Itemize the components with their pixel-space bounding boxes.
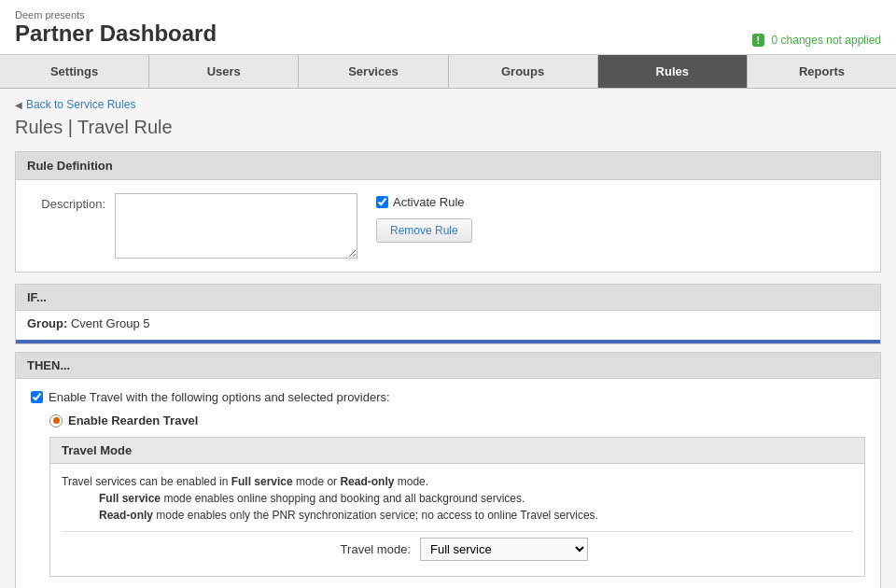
description-label: Description: [31, 193, 105, 211]
tab-rules[interactable]: Rules [598, 55, 748, 88]
tab-services[interactable]: Services [299, 55, 448, 88]
rule-definition-section: Rule Definition Description: Activate Ru… [15, 151, 881, 273]
changes-link[interactable]: 0 changes not applied [772, 34, 881, 47]
presents-text: Deem presents [15, 9, 217, 21]
if-group-value: Cvent Group 5 [71, 316, 150, 330]
description-field: Description: [31, 193, 357, 259]
tab-users[interactable]: Users [149, 55, 299, 88]
description-input[interactable] [115, 193, 357, 259]
rule-options: Activate Rule Remove Rule [376, 193, 472, 243]
tab-groups[interactable]: Groups [449, 55, 598, 88]
travel-desc-line1-pre: Travel services can be enabled in [62, 475, 231, 488]
page-title-separator: | [63, 117, 77, 137]
full-service-text-1: Full service [231, 475, 293, 488]
nav-tabs: Settings Users Services Groups Rules Rep… [0, 55, 896, 89]
travel-mode-header: Travel Mode [50, 438, 864, 464]
if-header: IF... [16, 285, 880, 311]
enable-travel-row: Enable Travel with the following options… [31, 390, 865, 404]
tab-reports[interactable]: Reports [748, 55, 896, 88]
page-title: Rules | Travel Rule [15, 117, 881, 138]
main-content: ◀ Back to Service Rules Rules | Travel R… [0, 89, 896, 588]
header-left: Deem presents Partner Dashboard [15, 9, 217, 47]
if-group-row: Group: Cvent Group 5 [16, 311, 880, 336]
rule-definition-header: Rule Definition [16, 152, 880, 180]
remove-rule-container: Remove Rule [376, 218, 472, 243]
activate-rule-label: Activate Rule [393, 195, 465, 209]
then-header: THEN... [16, 353, 880, 379]
travel-mode-box: Travel Mode Travel services can be enabl… [49, 437, 865, 577]
rearden-radio-icon[interactable] [49, 414, 63, 427]
enable-travel-checkbox[interactable] [31, 391, 43, 403]
breadcrumb-icon: ◀ [15, 100, 22, 110]
header: Deem presents Partner Dashboard ! 0 chan… [0, 0, 896, 55]
then-section: THEN... Enable Travel with the following… [15, 352, 881, 588]
then-body: Enable Travel with the following options… [16, 379, 880, 588]
if-section: IF... Group: Cvent Group 5 [15, 284, 881, 344]
activate-rule-row: Activate Rule [376, 195, 472, 209]
tab-settings[interactable]: Settings [0, 55, 149, 88]
breadcrumb: ◀ Back to Service Rules [15, 98, 881, 111]
if-blue-bar [16, 340, 880, 343]
travel-desc-line2-mid: mode enables online shopping and booking… [161, 492, 525, 505]
enable-rearden-label: Enable Rearden Travel [68, 413, 198, 427]
travel-mode-label: Travel mode: [327, 542, 411, 556]
app-title: Partner Dashboard [15, 21, 217, 47]
travel-mode-body: Travel services can be enabled in Full s… [50, 464, 864, 576]
read-only-text-1: Read-only [340, 475, 394, 488]
travel-mode-desc: Travel services can be enabled in Full s… [62, 473, 853, 524]
travel-mode-select-row: Travel mode: Full service Read-only [62, 531, 853, 567]
travel-desc-line1-end: mode. [394, 475, 428, 488]
page-title-prefix: Rules [15, 117, 63, 137]
breadcrumb-link[interactable]: Back to Service Rules [26, 98, 135, 111]
travel-desc-line1-mid: mode or [293, 475, 341, 488]
read-only-text-2: Read-only [99, 509, 153, 522]
full-service-text-2: Full service [99, 492, 161, 505]
if-group-label: Group: [27, 316, 67, 330]
enable-rearden-row: Enable Rearden Travel [31, 413, 865, 427]
changes-badge: ! [752, 34, 765, 47]
remove-rule-button[interactable]: Remove Rule [376, 218, 472, 243]
travel-desc-line3-mid: mode enables only the PNR synchronizatio… [153, 509, 598, 522]
enable-travel-label: Enable Travel with the following options… [49, 390, 390, 404]
activate-rule-checkbox[interactable] [376, 196, 388, 208]
rearden-radio-dot [53, 417, 60, 424]
page-title-suffix: Travel Rule [77, 117, 173, 137]
rule-definition-body: Description: Activate Rule Remove Rule [16, 180, 880, 272]
header-right: ! 0 changes not applied [752, 34, 881, 47]
travel-mode-select[interactable]: Full service Read-only [420, 538, 588, 561]
